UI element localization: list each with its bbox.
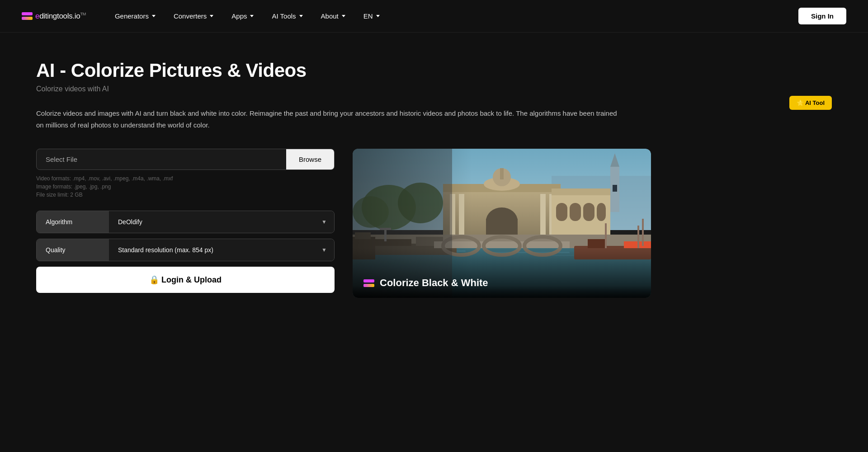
main-content: AI - Colorize Pictures & Videos Colorize… — [0, 33, 868, 325]
algorithm-select-wrapper: DeOldify Colorful ChromaGAN ▼ — [109, 211, 334, 233]
preview-caption: Colorize Black & White — [380, 277, 488, 289]
nav-ai-tools[interactable]: AI Tools — [264, 9, 310, 24]
quality-row: Quality Standard resolution (max. 854 px… — [36, 239, 335, 261]
page-title: AI - Colorize Pictures & Videos — [36, 60, 832, 81]
nav-about[interactable]: About — [314, 9, 353, 24]
logo-text: editingtools.ioTM — [35, 12, 86, 21]
preview-caption-overlay: Colorize Black & White — [353, 268, 651, 298]
chevron-down-icon — [376, 15, 380, 17]
nav-language[interactable]: EN — [356, 9, 387, 24]
logo[interactable]: editingtools.ioTM — [22, 12, 86, 21]
quality-select[interactable]: Standard resolution (max. 854 px) High r… — [109, 239, 334, 261]
nav-apps[interactable]: Apps — [224, 9, 261, 24]
tool-panel: Select File Browse Video formats: .mp4, … — [36, 149, 335, 293]
video-formats: Video formats: .mp4, .mov, .avi, .mpeg, … — [36, 175, 335, 182]
quality-select-wrapper: Standard resolution (max. 854 px) High r… — [109, 239, 334, 261]
page-subtitle: Colorize videos with AI — [36, 85, 832, 93]
algorithm-row: Algorithm DeOldify Colorful ChromaGAN ▼ — [36, 211, 335, 233]
nav-menu: Generators Converters Apps AI Tools Abou… — [108, 9, 798, 24]
file-label: Select File — [37, 149, 286, 170]
browse-button[interactable]: Browse — [286, 149, 334, 170]
login-upload-button[interactable]: 🔒 Login & Upload — [36, 267, 335, 293]
file-select-row: Select File Browse — [36, 149, 335, 170]
chevron-down-icon — [299, 15, 303, 17]
image-formats: Image formats: .jpeg, .jpg, .png — [36, 184, 335, 190]
logo-icon — [22, 12, 33, 20]
nav-converters[interactable]: Converters — [166, 9, 221, 24]
navbar: editingtools.ioTM Generators Converters … — [0, 0, 868, 33]
preview-image: Colorize Black & White — [353, 149, 651, 298]
quality-label: Quality — [37, 239, 109, 261]
file-info: Video formats: .mp4, .mov, .avi, .mpeg, … — [36, 175, 335, 198]
preview-logo-icon — [363, 279, 374, 287]
chevron-down-icon — [152, 15, 156, 17]
tool-section: Select File Browse Video formats: .mp4, … — [36, 149, 832, 298]
chevron-down-icon — [342, 15, 345, 17]
algorithm-label: Algorithm — [37, 211, 109, 233]
chevron-down-icon — [250, 15, 254, 17]
page-description: Colorize videos and images with AI and t… — [36, 108, 624, 131]
sign-in-button[interactable]: Sign In — [798, 8, 846, 24]
file-size-limit: File size limit: 2 GB — [36, 192, 335, 198]
ai-tool-badge: ⭐ AI Tool — [789, 96, 832, 110]
preview-panel: Colorize Black & White — [353, 149, 651, 298]
nav-generators[interactable]: Generators — [108, 9, 163, 24]
chevron-down-icon — [210, 15, 213, 17]
algorithm-select[interactable]: DeOldify Colorful ChromaGAN — [109, 211, 334, 233]
nav-right: Sign In — [798, 8, 846, 24]
